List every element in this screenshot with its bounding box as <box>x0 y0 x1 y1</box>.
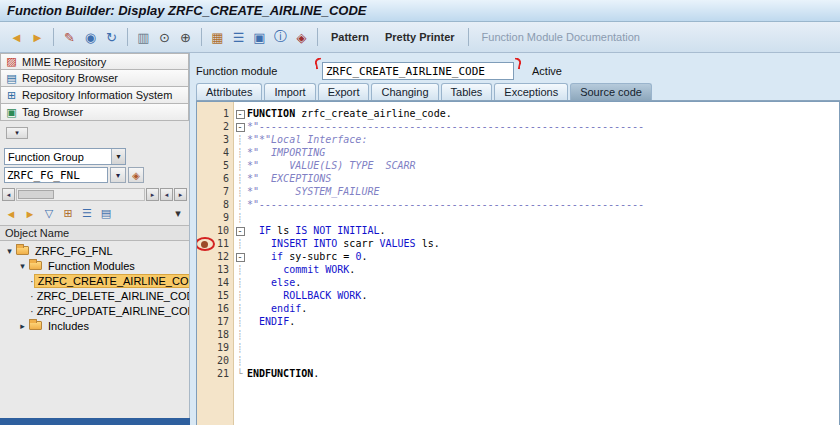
code-line[interactable]: 10- IF ls IS NOT INITIAL. <box>197 224 839 237</box>
back-icon[interactable]: ◄ <box>6 27 27 47</box>
display-object-icon[interactable]: ▣ <box>249 27 270 47</box>
sidebar-item-repository-information-system[interactable]: ⊞Repository Information System <box>0 87 189 104</box>
display-object-icon[interactable]: ◈ <box>128 167 144 183</box>
where-used-icon[interactable]: ▦ <box>207 27 228 47</box>
fold-column[interactable]: - <box>233 122 247 132</box>
tree-item-label: Includes <box>45 320 92 332</box>
history-dropdown-icon[interactable]: ▾ <box>110 167 126 183</box>
code-line[interactable]: 3┊*"*"Local Interface: <box>197 133 839 146</box>
fold-column[interactable]: - <box>233 109 247 119</box>
code-line[interactable]: 17┊ ENDIF. <box>197 315 839 328</box>
breakpoint-column <box>197 121 210 132</box>
next-object-icon[interactable]: ► <box>22 206 38 222</box>
chevron-down-icon[interactable]: ▾ <box>111 149 125 164</box>
code-line[interactable]: 12- if sy-subrc = 0. <box>197 250 839 263</box>
line-number-gutter: 9 <box>197 212 233 223</box>
code-lines: 1-FUNCTION zrfc_create_airline_code.2-*"… <box>197 102 839 380</box>
code-line[interactable]: 13┊ commit WORK. <box>197 263 839 276</box>
code-line[interactable]: 21└ENDFUNCTION. <box>197 367 839 380</box>
chevron-down-icon[interactable]: ▾ <box>4 246 15 256</box>
sidebar-item-repository-browser[interactable]: ▤Repository Browser <box>0 70 189 87</box>
object-list-icon[interactable]: ☰ <box>228 27 249 47</box>
function-module-documentation-button[interactable]: Function Module Documentation <box>474 29 648 45</box>
code-line[interactable]: 4┊*" IMPORTING <box>197 146 839 159</box>
scroll-right-icon[interactable]: ▸ <box>146 188 159 201</box>
print-icon[interactable]: ▥ <box>133 27 154 47</box>
code-text: *" SYSTEM_FAILURE <box>247 186 839 197</box>
collapse-icon[interactable]: - <box>236 227 245 236</box>
find-next-icon[interactable]: ⊕ <box>175 27 196 47</box>
chevron-down-icon[interactable]: ▾ <box>17 261 28 271</box>
collapse-icon[interactable]: - <box>236 253 245 262</box>
line-number: 10 <box>210 225 233 236</box>
tree-item-zrfc-update-airline-code[interactable]: ·ZRFC_UPDATE_AIRLINE_CODE✓ <box>0 303 189 318</box>
where-used-icon[interactable]: ⊞ <box>60 206 76 222</box>
tab-changing[interactable]: Changing <box>371 83 438 100</box>
browser-select[interactable]: Function Group ▾ <box>4 148 126 165</box>
tab-source-code[interactable]: Source code <box>570 83 652 100</box>
fold-column[interactable]: - <box>233 226 247 236</box>
tree-item-zrfc-fg-fnl[interactable]: ▾ZRFC_FG_FNL <box>0 243 189 258</box>
code-line[interactable]: 6┊*" EXCEPTIONS <box>197 172 839 185</box>
tree-item-includes[interactable]: ▸Includes <box>0 318 189 333</box>
code-line[interactable]: 11┊ INSERT INTO scarr VALUES ls. <box>197 237 839 250</box>
function-module-input[interactable] <box>322 62 514 80</box>
test-icon[interactable]: ◈ <box>291 27 312 47</box>
worklist-icon[interactable]: ☰ <box>79 206 95 222</box>
pane-right-icon[interactable]: ▸ <box>174 188 187 201</box>
collapse-icon[interactable]: - <box>236 110 245 119</box>
sidebar-item-mime-repository[interactable]: ▨MIME Repository <box>0 53 189 70</box>
previous-object-icon[interactable]: ◄ <box>3 206 19 222</box>
pretty-printer-button[interactable]: Pretty Printer <box>377 29 463 45</box>
forward-icon[interactable]: ► <box>27 27 48 47</box>
chevron-right-icon[interactable]: ▸ <box>17 321 28 331</box>
code-line[interactable]: 15┊ ROLLBACK WORK. <box>197 289 839 302</box>
tree-item-function-modules[interactable]: ▾Function Modules <box>0 258 189 273</box>
panel-collapse-button[interactable]: ▾ <box>6 127 28 139</box>
refresh-icon[interactable]: ↻ <box>101 27 122 47</box>
display-icon[interactable]: ◉ <box>80 27 101 47</box>
find-icon[interactable]: ⊙ <box>154 27 175 47</box>
object-name-input[interactable] <box>4 167 108 183</box>
tab-export[interactable]: Export <box>318 83 370 100</box>
tab-exceptions[interactable]: Exceptions <box>494 83 568 100</box>
code-line[interactable]: 2-*"------------------------------------… <box>197 120 839 133</box>
tree-item-zrfc-create-airline-code[interactable]: ·ZRFC_CREATE_AIRLINE_CODE <box>0 273 189 288</box>
pattern-button[interactable]: Pattern <box>323 29 377 45</box>
scrollbar-track[interactable] <box>16 188 145 201</box>
line-number: 4 <box>210 147 233 158</box>
code-line[interactable]: 19┊ <box>197 341 839 354</box>
scrollbar-thumb[interactable] <box>18 190 54 199</box>
fold-column: ┊ <box>233 148 247 158</box>
code-line[interactable]: 18┊ <box>197 328 839 341</box>
bottom-panel-edge <box>0 418 190 425</box>
sidebar-hscrollbar[interactable]: ◂ ▸ ◂ ▸ <box>2 188 187 201</box>
fold-column[interactable]: - <box>233 252 247 262</box>
tab-attributes[interactable]: Attributes <box>196 83 262 100</box>
code-line[interactable]: 9┊ <box>197 211 839 224</box>
code-text: IF ls IS NOT INITIAL. <box>247 225 839 236</box>
source-code-editor[interactable]: 1-FUNCTION zrfc_create_airline_code.2-*"… <box>196 101 840 425</box>
pane-left-icon[interactable]: ◂ <box>160 188 173 201</box>
breakpoint-column <box>197 264 210 275</box>
layout-dropdown-icon[interactable]: ▾ <box>170 206 186 222</box>
filter-icon[interactable]: ▽ <box>41 206 57 222</box>
tab-import[interactable]: Import <box>264 83 315 100</box>
code-line[interactable]: 7┊*" SYSTEM_FAILURE <box>197 185 839 198</box>
tab-tables[interactable]: Tables <box>441 83 493 100</box>
scroll-left-icon[interactable]: ◂ <box>2 188 15 201</box>
code-line[interactable]: 16┊ endif. <box>197 302 839 315</box>
display-change-icon[interactable]: ✎ <box>59 27 80 47</box>
breakpoint-column <box>197 186 210 197</box>
code-line[interactable]: 20┊ <box>197 354 839 367</box>
collapse-icon[interactable]: - <box>236 123 245 132</box>
display-list-icon[interactable]: ▤ <box>98 206 114 222</box>
code-line[interactable]: 8┊*"------------------------------------… <box>197 198 839 211</box>
code-line[interactable]: 14┊ else. <box>197 276 839 289</box>
browser-select-value: Function Group <box>5 151 111 163</box>
tree-item-zrfc-delete-airline-code[interactable]: ·ZRFC_DELETE_AIRLINE_CODE <box>0 288 189 303</box>
sidebar-item-tag-browser[interactable]: ▣Tag Browser <box>0 104 189 121</box>
code-line[interactable]: 5┊*" VALUE(LS) TYPE SCARR <box>197 159 839 172</box>
documentation-icon[interactable]: ⓘ <box>270 27 291 47</box>
code-line[interactable]: 1-FUNCTION zrfc_create_airline_code. <box>197 107 839 120</box>
